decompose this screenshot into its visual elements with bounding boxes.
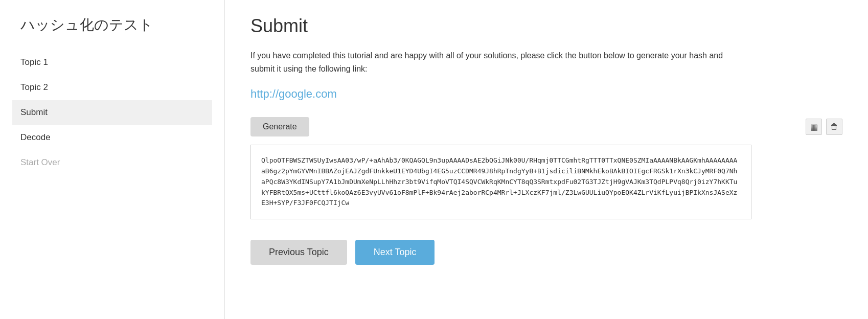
main-content: Submit If you have completed this tutori… bbox=[225, 0, 868, 319]
generate-row: Generate ▦ 🗑 bbox=[250, 117, 842, 136]
sidebar-title: ハッシュ化のテスト bbox=[20, 15, 204, 35]
hash-output: QlpoOTFBWSZTWSUyIwsAA03/wP/+aAhAb3/0KQAG… bbox=[250, 145, 751, 219]
sidebar-item-topic1[interactable]: Topic 1 bbox=[20, 50, 204, 75]
description-text: If you have completed this tutorial and … bbox=[250, 49, 741, 75]
cursor-icon[interactable]: ▦ bbox=[806, 119, 822, 135]
sidebar-item-submit[interactable]: Submit bbox=[12, 100, 212, 125]
generate-button[interactable]: Generate bbox=[250, 117, 309, 136]
sidebar-item-topic2[interactable]: Topic 2 bbox=[20, 75, 204, 100]
previous-topic-button[interactable]: Previous Topic bbox=[250, 240, 347, 265]
page-container: ハッシュ化のテスト Topic 1Topic 2SubmitDecodeStar… bbox=[0, 0, 868, 319]
trash-icon[interactable]: 🗑 bbox=[826, 119, 842, 135]
icon-group: ▦ 🗑 bbox=[806, 119, 842, 135]
next-topic-button[interactable]: Next Topic bbox=[355, 240, 435, 265]
sidebar-nav: Topic 1Topic 2SubmitDecodeStart Over bbox=[20, 50, 204, 175]
sidebar: ハッシュ化のテスト Topic 1Topic 2SubmitDecodeStar… bbox=[0, 0, 225, 319]
sidebar-item-startover[interactable]: Start Over bbox=[20, 150, 204, 175]
submit-link[interactable]: http://google.com bbox=[250, 87, 842, 101]
nav-buttons: Previous Topic Next Topic bbox=[250, 240, 842, 265]
sidebar-item-decode[interactable]: Decode bbox=[20, 125, 204, 150]
page-title: Submit bbox=[250, 15, 842, 37]
